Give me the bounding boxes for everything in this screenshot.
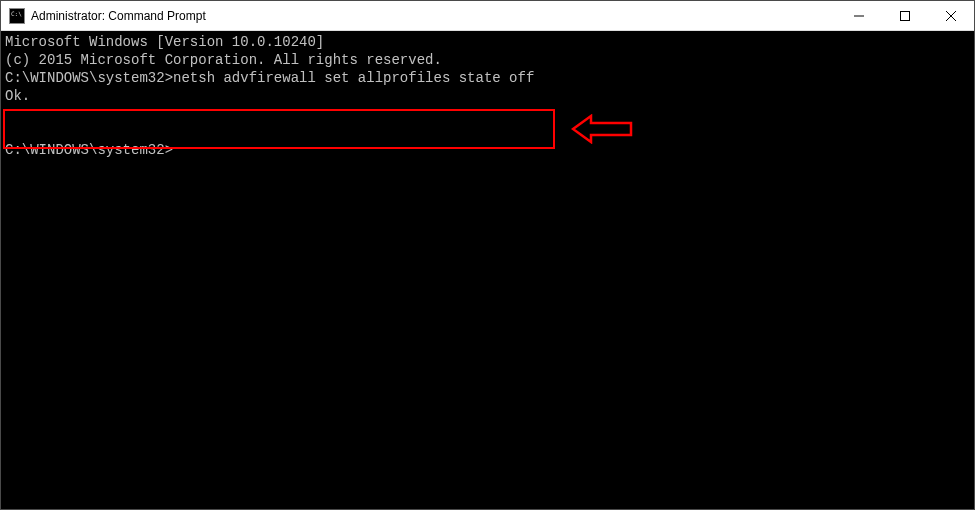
close-button[interactable] bbox=[928, 1, 974, 31]
terminal-line-copyright: (c) 2015 Microsoft Corporation. All righ… bbox=[5, 51, 970, 69]
window-controls bbox=[836, 1, 974, 30]
terminal-prompt-prefix-2: C:\WINDOWS\system32> bbox=[5, 141, 173, 159]
terminal-blank-line-2 bbox=[5, 105, 970, 123]
minimize-button[interactable] bbox=[836, 1, 882, 31]
svg-rect-1 bbox=[901, 12, 910, 21]
minimize-icon bbox=[854, 11, 864, 21]
close-icon bbox=[946, 11, 956, 21]
terminal-prompt-row-2: C:\WINDOWS\system32> bbox=[5, 141, 970, 159]
cmd-icon bbox=[9, 8, 25, 24]
terminal-blank-line-3 bbox=[5, 123, 970, 141]
window-title: Administrator: Command Prompt bbox=[31, 9, 836, 23]
terminal-line-version: Microsoft Windows [Version 10.0.10240] bbox=[5, 33, 970, 51]
terminal-response: Ok. bbox=[5, 87, 970, 105]
titlebar[interactable]: Administrator: Command Prompt bbox=[1, 1, 974, 31]
maximize-icon bbox=[900, 11, 910, 21]
terminal-prompt-prefix: C:\WINDOWS\system32> bbox=[5, 69, 173, 87]
terminal-prompt-row-1: C:\WINDOWS\system32>netsh advfirewall se… bbox=[5, 69, 970, 87]
terminal-command-input: netsh advfirewall set allprofiles state … bbox=[173, 69, 534, 87]
command-prompt-window: Administrator: Command Prompt Microsoft … bbox=[0, 0, 975, 510]
maximize-button[interactable] bbox=[882, 1, 928, 31]
terminal-area[interactable]: Microsoft Windows [Version 10.0.10240] (… bbox=[1, 31, 974, 509]
